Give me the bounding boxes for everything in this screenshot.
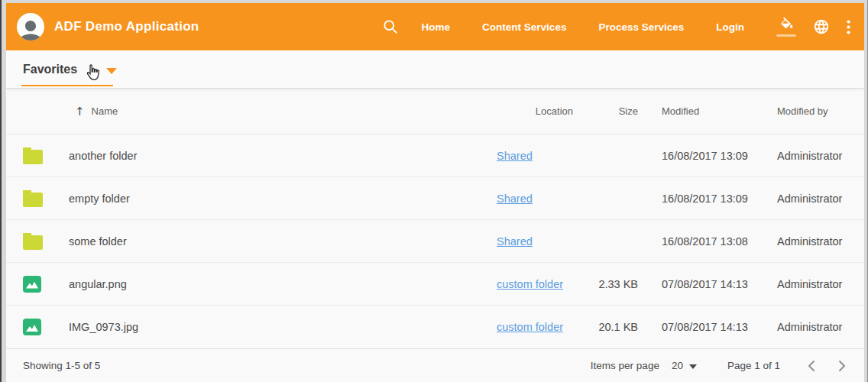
- location-link[interactable]: Shared: [497, 193, 533, 205]
- theme-color-indicator: [776, 34, 796, 37]
- view-selector-bar: Favorites: [6, 50, 864, 89]
- globe-icon: [813, 18, 830, 35]
- search-button[interactable]: [382, 18, 399, 35]
- folder-icon: [23, 150, 43, 164]
- modified-by: Administrator: [777, 278, 864, 290]
- chevron-down-icon: [689, 364, 697, 369]
- items-per-page-value: 20: [672, 360, 683, 371]
- modified-by: Administrator: [777, 235, 864, 248]
- column-header-name-label: Name: [92, 105, 118, 117]
- file-name[interactable]: some folder: [69, 235, 497, 248]
- file-name[interactable]: angular.png: [69, 278, 497, 290]
- mouse-cursor-hand: [83, 63, 103, 86]
- top-bar: ADF Demo Application Home Content Servic…: [6, 3, 864, 50]
- person-icon: [17, 15, 44, 40]
- nav-login[interactable]: Login: [716, 21, 744, 33]
- table-row[interactable]: empty folder Shared 16/08/2017 13:09 Adm…: [6, 177, 864, 220]
- document-list: ↑ Name Location Size Modified Modified b…: [6, 89, 864, 348]
- page-status-label: Page 1 of 1: [727, 360, 780, 371]
- table-row[interactable]: some folder Shared 16/08/2017 13:08 Admi…: [6, 220, 864, 263]
- location-link[interactable]: custom folder: [497, 278, 563, 290]
- pagination-bar: Showing 1-5 of 5 Items per page 20 Page …: [6, 348, 864, 382]
- app-title: ADF Demo Application: [54, 19, 199, 34]
- column-header-location[interactable]: Location: [497, 105, 573, 117]
- column-header-modified[interactable]: Modified: [638, 105, 777, 117]
- modified-by: Administrator: [777, 193, 864, 205]
- location-link[interactable]: Shared: [497, 150, 533, 162]
- items-per-page-label: Items per page: [591, 360, 659, 371]
- location-link[interactable]: Shared: [497, 235, 533, 248]
- file-name[interactable]: empty folder: [69, 193, 497, 205]
- previous-page-button[interactable]: [808, 360, 815, 372]
- table-header-row: ↑ Name Location Size Modified Modified b…: [6, 89, 864, 134]
- file-name[interactable]: another folder: [69, 150, 497, 162]
- table-row[interactable]: IMG_0973.jpg custom folder 20.1 KB 07/08…: [6, 306, 864, 348]
- language-button[interactable]: [813, 18, 830, 35]
- location-link[interactable]: custom folder: [497, 321, 563, 333]
- chevron-right-icon: [838, 360, 846, 372]
- modified-by: Administrator: [777, 150, 864, 162]
- modified-date: 16/08/2017 13:09: [638, 150, 777, 162]
- items-per-page-select[interactable]: 20: [672, 360, 697, 371]
- active-tab-underline: [21, 85, 113, 86]
- showing-range-label: Showing 1-5 of 5: [23, 360, 100, 371]
- chevron-down-icon[interactable]: [106, 68, 117, 74]
- search-icon: [382, 18, 399, 35]
- column-header-name[interactable]: ↑ Name: [69, 105, 497, 118]
- folder-icon: [23, 193, 43, 207]
- image-icon: [23, 276, 41, 293]
- chevron-left-icon: [808, 360, 815, 372]
- nav-content-services[interactable]: Content Services: [482, 21, 566, 33]
- user-avatar[interactable]: [17, 13, 44, 40]
- nav-home[interactable]: Home: [422, 21, 451, 33]
- column-header-size[interactable]: Size: [573, 105, 638, 117]
- nav-process-services[interactable]: Process Services: [598, 21, 684, 33]
- modified-date: 16/08/2017 13:09: [638, 193, 777, 205]
- modified-date: 07/08/2017 14:13: [638, 278, 777, 290]
- tab-favorites[interactable]: Favorites: [23, 63, 77, 76]
- pager-controls: Items per page 20 Page 1 of 1: [591, 360, 846, 372]
- file-size: 2.33 KB: [573, 278, 638, 290]
- theme-color-button[interactable]: [776, 17, 796, 37]
- more-options-button[interactable]: [847, 20, 850, 34]
- folder-icon: [23, 235, 43, 250]
- table-row[interactable]: angular.png custom folder 2.33 KB 07/08/…: [6, 263, 864, 306]
- next-page-button[interactable]: [838, 360, 846, 372]
- modified-by: Administrator: [777, 321, 864, 333]
- file-name[interactable]: IMG_0973.jpg: [69, 321, 497, 333]
- table-body: another folder Shared 16/08/2017 13:09 A…: [6, 134, 864, 348]
- modified-date: 16/08/2017 13:08: [638, 235, 777, 248]
- sort-ascending-icon: ↑: [75, 105, 85, 118]
- modified-date: 07/08/2017 14:13: [638, 321, 777, 333]
- image-icon: [23, 319, 41, 335]
- table-row[interactable]: another folder Shared 16/08/2017 13:09 A…: [6, 134, 864, 177]
- file-size: 20.1 KB: [573, 321, 638, 333]
- adf-demo-app: ADF Demo Application Home Content Servic…: [6, 3, 864, 382]
- kebab-menu-icon: [847, 20, 850, 34]
- app-window: ADF Demo Application Home Content Servic…: [0, 0, 868, 382]
- main-nav: Home Content Services Process Services L…: [422, 21, 776, 33]
- format-color-fill-icon: [779, 17, 795, 33]
- column-header-modified-by[interactable]: Modified by: [777, 105, 864, 117]
